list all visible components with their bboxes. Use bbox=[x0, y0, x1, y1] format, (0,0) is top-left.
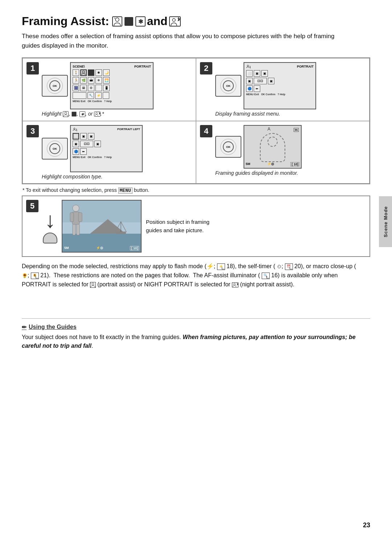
step-4-screen: IN 5M ⚡◎ [ 10] bbox=[244, 125, 302, 169]
sf3-help: ? Help bbox=[104, 156, 112, 158]
s4-megapix: 5M bbox=[246, 162, 250, 166]
title-text-and: and bbox=[147, 15, 168, 28]
portrait-left-label: PORTRAIT LEFT bbox=[117, 128, 140, 132]
sf2-ok: OK Confirm bbox=[261, 93, 275, 96]
camera-body-inner-2: OK bbox=[215, 75, 241, 97]
person-silhouette bbox=[43, 233, 57, 243]
step-1-label: Highlight , , ✱ , or bbox=[42, 111, 192, 117]
night-portrait-inline-icon bbox=[232, 282, 238, 287]
svg-line-32 bbox=[90, 283, 91, 283]
step-3-screen-footer: MENU Exit OK Confirm ? Help bbox=[73, 156, 140, 158]
step-2-number: 2 bbox=[200, 62, 212, 74]
step4-footer: 5M ⚡◎ [ 10] bbox=[246, 162, 299, 166]
using-guides-text: Your subject does not have to fit exactl… bbox=[22, 333, 370, 350]
down-arrow-icon: ↓ bbox=[45, 209, 56, 231]
step-5-cell: 5 ↓ bbox=[22, 196, 370, 257]
si-settings2: ⚙ bbox=[88, 85, 94, 91]
camera-body-4: OK bbox=[215, 136, 241, 158]
step-3-screen-header: \ PORTRAIT LEFT bbox=[73, 128, 140, 132]
svg-point-18 bbox=[247, 65, 249, 67]
s4-shots: [ 10] bbox=[290, 162, 299, 166]
camera-body-inner-4: OK bbox=[215, 136, 241, 158]
inline-star-icon: ✱ bbox=[79, 111, 85, 117]
step-3-camera: OK \ PORTRAIT LEFT bbox=[42, 125, 192, 172]
step5-arrow-area: ↓ bbox=[43, 209, 57, 243]
using-guides-section: ✏ Using the Guides Your subject does not… bbox=[22, 318, 370, 350]
ok-ring-4 bbox=[220, 139, 236, 155]
svg-text:✱: ✱ bbox=[81, 112, 84, 116]
using-guides-text-1: Your subject does not have to fit exactl… bbox=[22, 334, 183, 340]
si-bolt: ⚡ bbox=[95, 92, 102, 99]
si-sport: 🏃 bbox=[73, 77, 79, 84]
macro-ref-box: 🌻 bbox=[31, 273, 39, 279]
guide-row-3-1: ⬜ ▣ ▣ bbox=[73, 133, 140, 140]
step-1-screen: SCENE\ PORTRAIT 🚶 bbox=[70, 62, 154, 109]
step-2-screen-footer: MENU Exit OK Confirm ? Help bbox=[246, 93, 314, 96]
guide-row-3-3: 🔵 ⬅ bbox=[73, 148, 140, 155]
sf-help: ? Help bbox=[104, 100, 112, 102]
sf-ok: OK Confirm bbox=[87, 100, 102, 102]
title-section: Framing Assist: ✱ and bbox=[22, 15, 370, 50]
flash-ref-box: ⚡ bbox=[217, 263, 225, 270]
sf2-menu: MENU Exit bbox=[246, 93, 259, 96]
svg-rect-25 bbox=[73, 224, 75, 235]
g32: ▣ bbox=[80, 133, 87, 140]
step-3-guide-icons: ⬜ ▣ ▣ ▣ ⚃⚃ ▣ 🔵 ⬅ bbox=[73, 133, 140, 155]
using-guides-text-3: . bbox=[91, 343, 93, 349]
svg-point-19 bbox=[74, 128, 75, 129]
camera-body-2: OK bbox=[215, 75, 241, 97]
step3-icon: \ bbox=[73, 128, 77, 132]
step-1-content: OK SCENE\ PORTRAIT 🚶 bbox=[42, 62, 192, 117]
si-vert: 📱 bbox=[103, 85, 110, 91]
svg-line-2 bbox=[114, 18, 115, 19]
step-5-content: ↓ bbox=[43, 200, 366, 253]
sf-menu: MENU Exit bbox=[73, 100, 85, 102]
selected-icon bbox=[81, 70, 86, 75]
g36: ▣ bbox=[94, 141, 101, 147]
portrait-label-2: PORTRAIT bbox=[297, 65, 314, 69]
si-face2: 🌙 bbox=[103, 69, 110, 76]
g34: ▣ bbox=[73, 141, 79, 147]
step-note: * To exit without changing selection, pr… bbox=[22, 187, 370, 193]
svg-point-9 bbox=[179, 18, 180, 19]
si-snow: ❄ bbox=[95, 77, 102, 84]
step-2-screen-header: \ PORTRAIT bbox=[246, 65, 314, 69]
step2-person-icon bbox=[246, 65, 250, 68]
step-2-label: Display framing assist menu. bbox=[215, 111, 366, 117]
g6: ▣ bbox=[268, 78, 274, 84]
step-4-number: 4 bbox=[200, 125, 212, 137]
si-square bbox=[88, 69, 94, 76]
scene-person-svg bbox=[68, 205, 84, 241]
si-dog: 🌅 bbox=[103, 77, 110, 84]
si-star: ✱ bbox=[95, 69, 102, 76]
icon-row-1: 🚶 ✱ 🌙 bbox=[73, 69, 151, 76]
step-1-cell: 1 OK SCENE\ PORTRAIT bbox=[23, 58, 196, 121]
step-5-label: Position subject in framing guides and t… bbox=[146, 218, 226, 234]
using-guides-title-text: Using the Guides bbox=[29, 324, 77, 330]
s5-count: [ 10] bbox=[130, 246, 139, 250]
portrait-frame-outer bbox=[260, 133, 285, 162]
sf3-menu: MENU Exit bbox=[73, 156, 85, 158]
svg-point-21 bbox=[73, 205, 79, 211]
title-text-prefix: Framing Assist: bbox=[22, 15, 109, 28]
in-badge: IN bbox=[294, 128, 299, 132]
g4: ▣ bbox=[246, 78, 253, 84]
star-assist-icon: ✱ bbox=[135, 16, 146, 27]
page-title: Framing Assist: ✱ and bbox=[22, 15, 370, 28]
step-1-camera: OK SCENE\ PORTRAIT 🚶 bbox=[42, 62, 192, 109]
self-timer-icon: ⏲ bbox=[277, 264, 282, 269]
page-number: 23 bbox=[363, 521, 370, 529]
svg-rect-26 bbox=[77, 224, 79, 235]
ok-ring-1 bbox=[47, 78, 63, 94]
inline-black-icon bbox=[72, 112, 77, 117]
g5: ⚃⚃ bbox=[254, 78, 267, 84]
camera-body-inner-1: OK bbox=[42, 75, 68, 97]
step-1-screen-footer: MENU Exit OK Confirm ? Help bbox=[73, 100, 151, 102]
ok-ring-2 bbox=[220, 78, 236, 94]
svg-point-8 bbox=[178, 17, 179, 18]
step-1-number: 1 bbox=[26, 62, 39, 74]
svg-point-10 bbox=[82, 71, 85, 73]
portrait-assist-inline-icon bbox=[90, 282, 96, 288]
step4-person-icon bbox=[267, 127, 271, 131]
step4-header-icon: IN bbox=[267, 127, 299, 132]
